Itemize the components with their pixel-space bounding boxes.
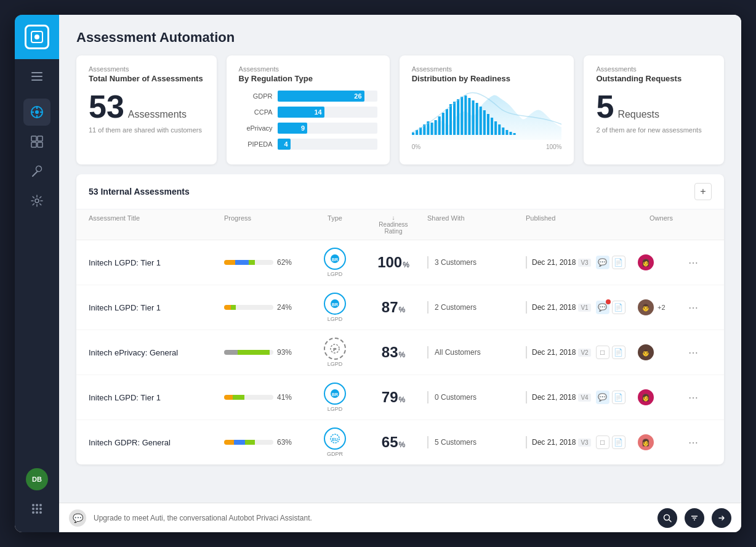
svg-rect-35: [449, 104, 452, 135]
doc-icon-1[interactable]: 📄: [612, 256, 625, 269]
published-date-2: Dec 21, 2018: [532, 303, 576, 312]
doc-icon-5[interactable]: 📄: [612, 436, 625, 449]
svg-point-21: [39, 508, 42, 510]
bar-label-ccpa: CCPA: [239, 108, 273, 116]
pub-icons-3: □ 📄: [596, 346, 625, 359]
bar-fill-pipeda: 4: [278, 139, 291, 150]
chat-icon-2[interactable]: 💬: [596, 301, 609, 314]
svg-rect-3: [31, 76, 42, 77]
svg-point-20: [36, 508, 38, 510]
sidebar-item-settings[interactable]: [23, 187, 50, 214]
readiness-pct-5: %: [399, 440, 406, 449]
svg-rect-44: [483, 110, 485, 135]
bar-label-gdpr: GDPR: [239, 92, 273, 100]
svg-text:EU: EU: [332, 437, 338, 442]
table-header: 53 Internal Assessments +: [76, 174, 724, 209]
bottom-message: Upgrade to meet Auti, the conversational…: [94, 514, 650, 522]
bar-row-ccpa: CCPA 14: [239, 107, 377, 118]
sidebar-item-apps[interactable]: [23, 495, 50, 522]
shared-text-5: 5 Customers: [435, 438, 477, 447]
assessment-title-3: Initech ePrivacy: General: [89, 348, 224, 357]
svg-point-18: [39, 504, 42, 506]
published-date-3: Dec 21, 2018: [532, 348, 576, 357]
bar-row-gdpr: GDPR 26: [239, 91, 377, 102]
logo-icon: [25, 25, 49, 49]
sidebar-item-dashboard[interactable]: [23, 128, 50, 155]
table-title: 53 Internal Assessments: [89, 187, 694, 197]
owner-avatar-2: 👨: [637, 298, 655, 317]
sidebar-item-network[interactable]: [23, 99, 50, 126]
readiness-pct-3: %: [399, 350, 406, 359]
svg-rect-14: [38, 142, 42, 147]
assessment-title-1: Initech LGPD: Tier 1: [89, 258, 224, 267]
bar-row-eprivacy: ePrivacy 9: [239, 123, 377, 134]
shared-cell-1: 3 Customers: [427, 256, 526, 269]
filter-action-button[interactable]: [685, 508, 704, 528]
published-version-2: V1: [578, 304, 590, 312]
svg-rect-36: [453, 102, 456, 135]
stat-title-distribution: Distribution by Readiness: [412, 74, 562, 83]
pub-divider-4: [526, 391, 527, 403]
type-label-2: LGPD: [328, 316, 343, 322]
svg-rect-48: [498, 124, 501, 135]
navigate-action-button[interactable]: [712, 508, 731, 528]
svg-point-23: [36, 511, 38, 514]
svg-rect-30: [430, 123, 433, 135]
dist-x-start: 0%: [412, 144, 420, 150]
svg-text:BR: BR: [332, 302, 338, 307]
svg-rect-45: [487, 114, 489, 135]
more-button-3[interactable]: ⋯: [686, 345, 701, 360]
bar-row-pipeda: PIPEDA 4: [239, 139, 377, 150]
add-assessment-button[interactable]: +: [694, 183, 712, 200]
chat-icon-5[interactable]: □: [596, 436, 609, 449]
svg-rect-50: [505, 130, 508, 135]
svg-text:BR: BR: [332, 392, 338, 397]
bar-value-eprivacy: 9: [301, 124, 305, 132]
more-button-5[interactable]: ⋯: [686, 435, 701, 450]
stat-unit-total: Assessments: [128, 109, 187, 120]
chat-icon-1[interactable]: 💬: [596, 256, 609, 269]
stat-label-distribution: Assessments: [412, 65, 562, 73]
progress-cell-1: 62%: [224, 258, 310, 267]
assessment-title-5: Initech GDPR: General: [89, 438, 224, 447]
readiness-num-2: 87: [382, 299, 398, 316]
doc-icon-4[interactable]: 📄: [612, 391, 625, 404]
sidebar-item-tools[interactable]: [23, 158, 50, 185]
svg-rect-51: [509, 132, 512, 135]
notif-dot-2: [606, 299, 611, 304]
col-header-title: Assessment Title: [89, 214, 224, 235]
sidebar: DB: [15, 15, 59, 532]
doc-icon-3[interactable]: 📄: [612, 346, 625, 359]
table-container: 53 Internal Assessments + Assessment Tit…: [76, 174, 724, 464]
sidebar-menu-button[interactable]: [15, 62, 59, 91]
readiness-cell-5: 65 %: [360, 434, 427, 451]
owner-avatar-5: 👩: [637, 433, 655, 452]
svg-rect-12: [38, 136, 42, 141]
progress-pct-2: 24%: [277, 303, 292, 312]
more-button-2[interactable]: ⋯: [686, 300, 701, 315]
readiness-num-5: 65: [382, 434, 398, 451]
doc-icon-2[interactable]: 📄: [612, 301, 625, 314]
stat-card-outstanding: Assessments Outstanding Requests 5 Reque…: [584, 55, 724, 164]
bar-track-ccpa: 14: [278, 107, 377, 118]
progress-cell-3: 93%: [224, 348, 310, 357]
owners-cell-2: 👨 +2: [637, 298, 686, 317]
search-action-button[interactable]: [657, 508, 677, 528]
bottom-actions: [657, 508, 731, 528]
type-cell-3: P LGPD: [310, 338, 360, 367]
published-cell-1: Dec 21, 2018 V3 💬 📄: [526, 256, 637, 269]
bar-value-ccpa: 14: [314, 108, 321, 116]
chat-icon-4[interactable]: 💬: [596, 391, 609, 404]
bar-track-eprivacy: 9: [278, 123, 377, 134]
bar-fill-gdpr: 26: [278, 91, 364, 102]
shared-divider-4: [427, 391, 428, 403]
more-button-4[interactable]: ⋯: [686, 390, 701, 405]
svg-rect-42: [475, 103, 478, 135]
svg-text:BR: BR: [332, 257, 338, 262]
sidebar-logo[interactable]: [15, 15, 59, 59]
chat-icon-3[interactable]: □: [596, 346, 609, 359]
more-button-1[interactable]: ⋯: [686, 255, 701, 270]
shared-divider-1: [427, 256, 428, 269]
user-avatar-button[interactable]: DB: [26, 468, 48, 490]
table-row: Initech ePrivacy: General 93% P LGPD: [76, 330, 724, 375]
